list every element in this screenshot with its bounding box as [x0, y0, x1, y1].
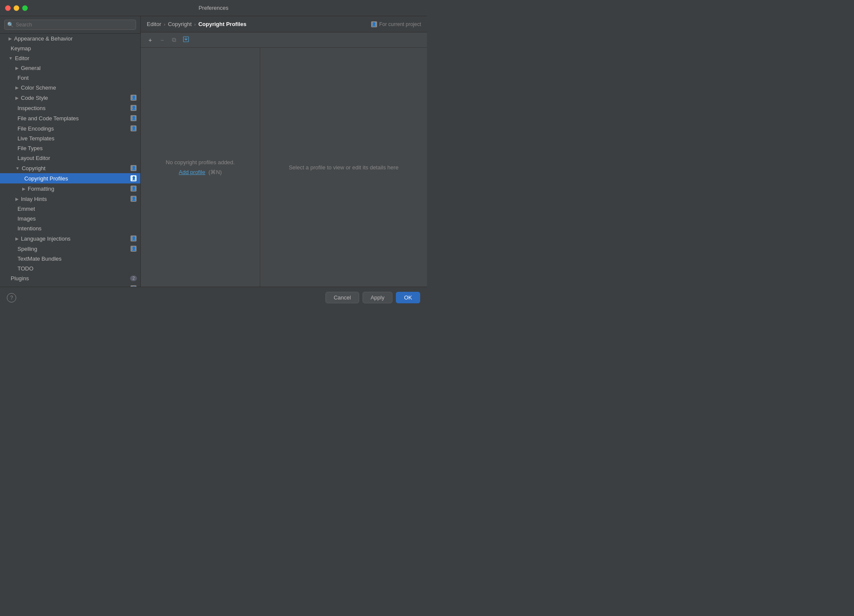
person-badge: 👤	[130, 125, 137, 132]
add-profile-area: Add profile (⌘N)	[179, 169, 222, 175]
sidebar-item-label: Layout Editor	[17, 155, 137, 161]
close-button[interactable]	[5, 5, 11, 11]
person-badge: 👤	[130, 94, 137, 101]
add-icon: +	[148, 37, 152, 44]
person-badge: 👤	[130, 285, 137, 287]
title-bar: Preferences	[0, 0, 427, 16]
sidebar-item-appearance[interactable]: ▶ Appearance & Behavior	[0, 34, 140, 44]
for-project: 👤 For current project	[371, 21, 421, 27]
sidebar-item-label: File Encodings	[17, 125, 130, 132]
sidebar-item-label: Copyright	[22, 165, 130, 171]
help-button[interactable]: ?	[7, 293, 16, 302]
search-input[interactable]	[4, 20, 136, 30]
footer-buttons: Cancel Apply OK	[325, 292, 420, 303]
person-badge: 👤	[130, 235, 137, 242]
add-profile-shortcut: (⌘N)	[209, 169, 222, 175]
window-title: Preferences	[198, 5, 228, 11]
sidebar-item-inlay-hints[interactable]: ▶ Inlay Hints 👤	[0, 194, 140, 204]
person-badge: 👤	[130, 115, 137, 122]
sidebar-item-label: Language Injections	[21, 235, 130, 242]
sidebar-item-copyright[interactable]: ▼ Copyright 👤	[0, 163, 140, 173]
sidebar: 🔍 ▶ Appearance & Behavior Keymap ▼ Edito…	[0, 16, 141, 287]
sidebar-item-color-scheme[interactable]: ▶ Color Scheme	[0, 83, 140, 93]
sidebar-item-editor[interactable]: ▼ Editor	[0, 53, 140, 63]
sidebar-item-code-style[interactable]: ▶ Code Style 👤	[0, 93, 140, 103]
content-body: No copyright profiles added. Add profile…	[141, 48, 427, 287]
sidebar-item-label: Inlay Hints	[21, 196, 130, 202]
arrow-icon: ▶	[15, 85, 19, 90]
sidebar-item-images[interactable]: Images	[0, 214, 140, 224]
person-badge: 👤	[130, 245, 137, 252]
maximize-button[interactable]	[22, 5, 28, 11]
sidebar-item-copyright-profiles[interactable]: Copyright Profiles 👤	[0, 173, 140, 183]
person-icon: 👤	[131, 246, 137, 252]
content-area: Editor › Copyright › Copyright Profiles …	[141, 16, 427, 287]
sidebar-item-inspections[interactable]: Inspections 👤	[0, 103, 140, 113]
arrow-icon: ▶	[15, 66, 19, 70]
traffic-lights	[5, 5, 28, 11]
right-panel: Select a profile to view or edit its det…	[260, 48, 427, 287]
sidebar-item-live-templates[interactable]: Live Templates	[0, 134, 140, 143]
sidebar-item-label: Font	[17, 75, 137, 81]
sidebar-item-font[interactable]: Font	[0, 73, 140, 83]
sidebar-item-plugins[interactable]: Plugins 2	[0, 273, 140, 283]
person-icon: 👤	[131, 115, 137, 121]
sidebar-item-label: Formatting	[28, 186, 130, 192]
footer-left: ?	[7, 293, 16, 302]
cancel-button[interactable]: Cancel	[325, 292, 359, 303]
sidebar-item-label: File and Code Templates	[17, 115, 130, 122]
breadcrumb-sep-1: ›	[164, 22, 166, 27]
sidebar-item-spelling[interactable]: Spelling 👤	[0, 244, 140, 254]
person-icon: 👤	[131, 165, 137, 171]
sidebar-item-label: Keymap	[11, 45, 137, 52]
remove-profile-button[interactable]: −	[157, 35, 167, 45]
sidebar-scroll: ▶ Appearance & Behavior Keymap ▼ Editor …	[0, 34, 140, 287]
sidebar-item-label: Version Control	[14, 285, 130, 287]
person-icon: 👤	[131, 105, 137, 111]
copy-icon: ⧉	[172, 36, 176, 44]
apply-button[interactable]: Apply	[363, 292, 393, 303]
sidebar-item-general[interactable]: ▶ General	[0, 63, 140, 73]
person-badge: 👤	[130, 165, 137, 171]
person-icon: 👤	[131, 175, 137, 181]
footer: ? Cancel Apply OK	[0, 287, 427, 308]
sidebar-item-file-types[interactable]: File Types	[0, 143, 140, 153]
add-profile-link[interactable]: Add profile	[179, 169, 205, 175]
ok-button[interactable]: OK	[396, 292, 420, 303]
sidebar-item-layout-editor[interactable]: Layout Editor	[0, 153, 140, 163]
sidebar-item-language-injections[interactable]: ▶ Language Injections 👤	[0, 233, 140, 244]
arrow-icon: ▶	[15, 197, 19, 201]
add-profile-button[interactable]: +	[145, 35, 155, 45]
import-icon	[183, 36, 189, 44]
person-badge: 👤	[130, 175, 137, 182]
sidebar-item-keymap[interactable]: Keymap	[0, 44, 140, 53]
for-project-icon: 👤	[371, 21, 377, 27]
sidebar-item-version-control[interactable]: ▶ Version Control 👤	[0, 283, 140, 287]
copy-profile-button[interactable]: ⧉	[169, 35, 179, 45]
arrow-icon: ▶	[9, 286, 12, 287]
content-header: Editor › Copyright › Copyright Profiles …	[141, 16, 427, 32]
sidebar-item-file-code-templates[interactable]: File and Code Templates 👤	[0, 113, 140, 123]
breadcrumb-editor: Editor	[147, 21, 161, 27]
import-profile-button[interactable]	[181, 35, 191, 45]
sidebar-item-emmet[interactable]: Emmet	[0, 204, 140, 214]
minimize-button[interactable]	[14, 5, 19, 11]
person-icon: 👤	[131, 196, 137, 202]
sidebar-item-todo[interactable]: TODO	[0, 264, 140, 273]
sidebar-item-label: Color Scheme	[21, 84, 137, 91]
plugins-badge: 2	[130, 276, 137, 281]
arrow-icon: ▼	[9, 56, 13, 61]
select-profile-message: Select a profile to view or edit its det…	[289, 164, 398, 171]
sidebar-item-file-encodings[interactable]: File Encodings 👤	[0, 123, 140, 134]
sidebar-item-intentions[interactable]: Intentions	[0, 224, 140, 233]
person-badge: 👤	[130, 195, 137, 202]
main-layout: 🔍 ▶ Appearance & Behavior Keymap ▼ Edito…	[0, 16, 427, 287]
person-badge: 👤	[130, 105, 137, 111]
left-panel: No copyright profiles added. Add profile…	[141, 48, 260, 287]
sidebar-item-formatting[interactable]: ▶ Formatting 👤	[0, 183, 140, 194]
sidebar-item-label: Code Style	[21, 95, 130, 101]
sidebar-item-textmate-bundles[interactable]: TextMate Bundles	[0, 254, 140, 264]
arrow-icon: ▼	[15, 166, 20, 171]
sidebar-item-label: Appearance & Behavior	[14, 35, 137, 42]
content-toolbar: + − ⧉	[141, 32, 427, 48]
